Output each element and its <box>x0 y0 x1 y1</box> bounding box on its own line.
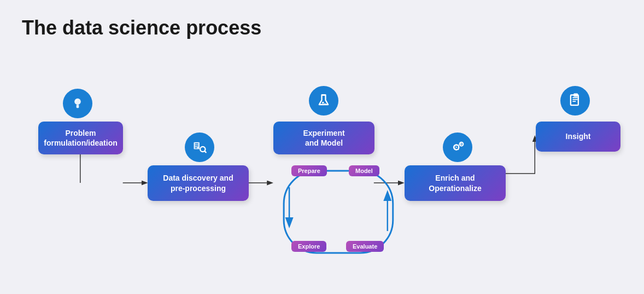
experiment-icon <box>309 86 338 116</box>
insight-box: Insight <box>536 122 620 152</box>
page: The data science process <box>0 0 644 294</box>
svg-point-16 <box>322 102 324 104</box>
data-box: Data discovery and pre-processing <box>148 165 249 201</box>
svg-point-17 <box>324 103 325 105</box>
experiment-box: Experiment and Model <box>273 122 374 154</box>
enrich-icon <box>443 132 472 162</box>
data-icon <box>185 132 214 162</box>
svg-rect-11 <box>195 146 198 147</box>
svg-rect-26 <box>574 94 578 96</box>
diagram: Problem formulation/ideation Data discov… <box>22 56 622 286</box>
svg-rect-8 <box>77 105 79 108</box>
problem-icon <box>63 89 92 118</box>
insight-icon <box>560 86 590 116</box>
pill-prepare: Prepare <box>291 165 327 176</box>
page-title: The data science process <box>22 16 622 39</box>
enrich-box: Enrich and Operationalize <box>405 165 506 201</box>
svg-point-21 <box>461 143 462 145</box>
pill-evaluate: Evaluate <box>346 241 384 252</box>
pill-model: Model <box>349 165 379 176</box>
svg-rect-12 <box>195 147 197 148</box>
pill-explore: Explore <box>291 241 326 252</box>
problem-box: Problem formulation/ideation <box>38 122 123 154</box>
svg-point-19 <box>456 147 457 148</box>
svg-line-14 <box>204 151 206 152</box>
svg-rect-10 <box>195 143 198 145</box>
